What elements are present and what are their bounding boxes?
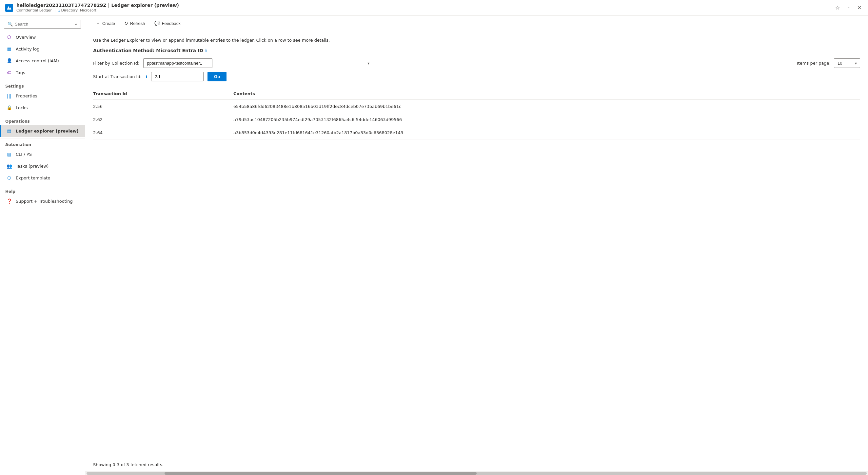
items-per-page-select[interactable]: 10 25 50 100 — [834, 58, 860, 68]
items-per-page-label: Items per page: — [797, 61, 831, 66]
search-icon: 🔍 — [7, 22, 13, 27]
cell-contents: e54b58a86fdd62083488e1b808516b03d19ff2de… — [234, 100, 860, 113]
feedback-label: Feedback — [162, 21, 181, 26]
sidebar-item-tasks[interactable]: 👥 Tasks (preview) — [0, 160, 85, 172]
search-bar[interactable]: 🔍 « — [4, 20, 81, 29]
support-icon: ❓ — [6, 198, 12, 204]
feedback-icon: 💬 — [154, 21, 160, 26]
favorite-button[interactable]: ☆ — [834, 3, 841, 12]
txn-id-label: Start at Transaction Id: — [93, 74, 142, 79]
sidebar-item-locks[interactable]: 🔒 Locks — [0, 102, 85, 114]
tasks-icon: 👥 — [6, 163, 12, 169]
transaction-id-input[interactable] — [151, 72, 204, 81]
search-input[interactable] — [15, 22, 75, 27]
sidebar-item-label: Ledger explorer (preview) — [16, 128, 79, 133]
items-per-page-select-wrap: 10 25 50 100 ▾ — [834, 58, 860, 68]
status-bar: Showing 0-3 of 3 fetched results. — [85, 458, 868, 471]
title-bar: helloledger20231103T174727829Z | Ledger … — [0, 0, 868, 16]
automation-header: Automation — [0, 138, 85, 148]
cell-txn-id: 2.62 — [93, 113, 234, 126]
status-text: Showing 0-3 of 3 fetched results. — [93, 462, 163, 467]
settings-header: Settings — [0, 80, 85, 90]
sidebar-item-label: Locks — [16, 105, 28, 110]
txn-info-icon[interactable]: ℹ — [146, 74, 147, 79]
items-per-page-wrap: Items per page: 10 25 50 100 ▾ — [797, 58, 860, 68]
sidebar-item-tags[interactable]: 🏷 Tags — [0, 67, 85, 79]
sidebar-item-label: Activity log — [16, 47, 40, 52]
sidebar-item-label: Export template — [16, 176, 50, 180]
content-area: Use the Ledger Explorer to view or appen… — [85, 31, 868, 458]
export-icon: ⬡ — [6, 175, 12, 181]
close-button[interactable]: ✕ — [856, 3, 863, 12]
sidebar-item-label: CLI / PS — [16, 152, 32, 157]
cell-txn-id: 2.56 — [93, 100, 234, 113]
info-icon: ℹ — [58, 8, 60, 13]
ledger-table: Transaction Id Contents 2.56e54b58a86fdd… — [93, 88, 860, 140]
go-button[interactable]: Go — [208, 72, 226, 81]
cli-icon: ▤ — [6, 151, 12, 157]
refresh-icon: ↻ — [124, 21, 128, 26]
scrollbar-track — [87, 472, 867, 475]
service-label: Confidential Ledger — [17, 8, 52, 12]
sidebar-item-label: Overview — [16, 35, 36, 40]
auth-info-icon[interactable]: ℹ — [205, 48, 207, 53]
activity-log-icon: ▦ — [6, 46, 12, 52]
help-header: Help — [0, 185, 85, 195]
collapse-sidebar-button[interactable]: « — [75, 22, 78, 27]
sidebar-item-cli-ps[interactable]: ▤ CLI / PS — [0, 148, 85, 160]
table-row[interactable]: 2.56e54b58a86fdd62083488e1b808516b03d19f… — [93, 100, 860, 113]
refresh-button[interactable]: ↻ Refresh — [120, 19, 149, 28]
sidebar-item-label: Tags — [16, 70, 25, 75]
properties-icon: ||| — [6, 92, 12, 99]
cell-contents: a79d53ac10487205b235b974edf29a7053132f68… — [234, 113, 860, 126]
create-icon: ＋ — [96, 20, 100, 26]
directory-label: Directory: Microsoft — [61, 8, 96, 12]
cell-txn-id: 2.64 — [93, 126, 234, 140]
create-button[interactable]: ＋ Create — [92, 18, 119, 28]
ledger-explorer-icon: ▤ — [6, 128, 12, 134]
sidebar-item-export-template[interactable]: ⬡ Export template — [0, 172, 85, 184]
page-title: helloledger20231103T174727829Z | Ledger … — [17, 3, 834, 8]
cell-contents: a3b853d0d4d4393e281e11fd681641e31260afb2… — [234, 126, 860, 140]
create-label: Create — [102, 21, 115, 26]
collection-filter-select[interactable]: pptestmanapp-testcontainer1 — [143, 58, 212, 68]
auth-method-label: Authentication Method: Microsoft Entra I… — [93, 48, 860, 53]
azure-icon — [5, 4, 13, 12]
filter-select-chevron: ▾ — [368, 61, 369, 66]
main-content: ＋ Create ↻ Refresh 💬 Feedback Use the Le… — [85, 16, 868, 475]
filter-label: Filter by Collection Id: — [93, 61, 139, 66]
transaction-id-row: Start at Transaction Id: ℹ Go — [93, 72, 860, 81]
sidebar: 🔍 « ⬡ Overview ▦ Activity log 👤 Access c… — [0, 16, 85, 475]
refresh-label: Refresh — [130, 21, 145, 26]
sidebar-item-activity-log[interactable]: ▦ Activity log — [0, 43, 85, 55]
iam-icon: 👤 — [6, 57, 12, 64]
feedback-button[interactable]: 💬 Feedback — [151, 19, 185, 28]
scrollbar-thumb[interactable] — [164, 472, 476, 475]
toolbar: ＋ Create ↻ Refresh 💬 Feedback — [85, 16, 868, 31]
col-header-txn-id: Transaction Id — [93, 88, 234, 100]
collection-filter-wrap: pptestmanapp-testcontainer1 ▾ — [143, 58, 373, 68]
sidebar-item-properties[interactable]: ||| Properties — [0, 90, 85, 102]
table-row[interactable]: 2.62a79d53ac10487205b235b974edf29a705313… — [93, 113, 860, 126]
sidebar-item-label: Properties — [16, 93, 37, 98]
subtitle-row: Confidential Ledger | ℹ Directory: Micro… — [17, 8, 834, 13]
sidebar-item-support[interactable]: ❓ Support + Troubleshooting — [0, 195, 85, 207]
content-description: Use the Ledger Explorer to view or appen… — [93, 38, 860, 42]
sidebar-item-label: Access control (IAM) — [16, 58, 59, 63]
overview-icon: ⬡ — [6, 34, 12, 40]
sidebar-item-label: Tasks (preview) — [16, 164, 49, 169]
sidebar-item-ledger-explorer[interactable]: ▤ Ledger explorer (preview) — [0, 125, 85, 137]
tags-icon: 🏷 — [6, 69, 12, 76]
locks-icon: 🔒 — [6, 104, 12, 111]
more-button[interactable]: ··· — [845, 4, 852, 12]
table-row[interactable]: 2.64a3b853d0d4d4393e281e11fd681641e31260… — [93, 126, 860, 140]
col-header-contents: Contents — [234, 88, 860, 100]
sidebar-item-label: Support + Troubleshooting — [16, 199, 73, 204]
operations-header: Operations — [0, 115, 85, 125]
sidebar-item-overview[interactable]: ⬡ Overview — [0, 31, 85, 43]
horizontal-scrollbar[interactable] — [85, 471, 868, 475]
sidebar-item-access-control[interactable]: 👤 Access control (IAM) — [0, 55, 85, 67]
filter-row: Filter by Collection Id: pptestmanapp-te… — [93, 58, 860, 68]
